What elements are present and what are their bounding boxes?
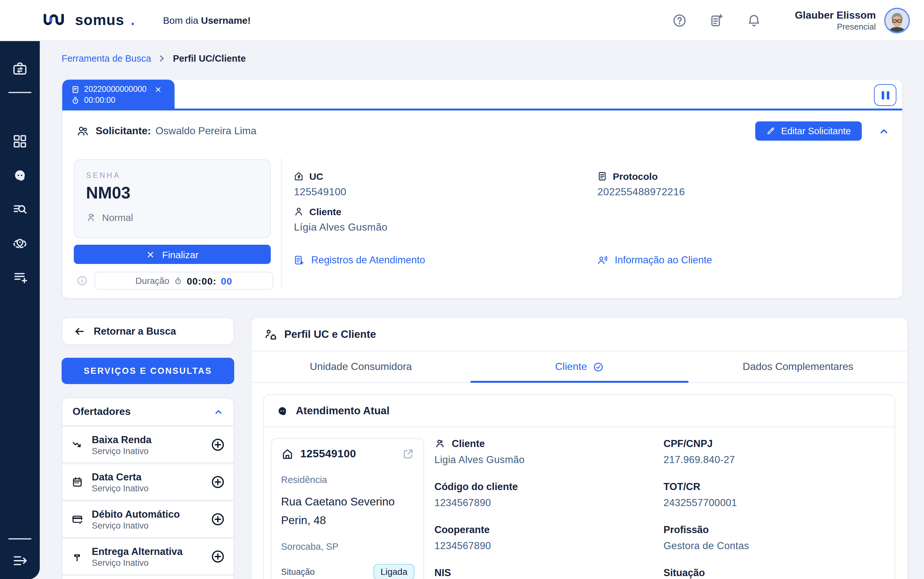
- senha-column: SENHA NM03 Normal Finalizar: [62, 152, 281, 298]
- duracao-seconds: 00: [221, 275, 232, 286]
- informacao-cliente-link[interactable]: Informação ao Cliente: [597, 254, 902, 266]
- uc-value: 125549100: [294, 186, 597, 198]
- finalizar-label: Finalizar: [162, 249, 198, 260]
- perfil-header: Perfil UC e Cliente: [251, 318, 907, 351]
- person-type-icon: [86, 212, 97, 223]
- protocolo-value: 202255488972216: [597, 186, 902, 198]
- close-session-icon[interactable]: [155, 86, 162, 93]
- check-circle-icon: [593, 361, 604, 372]
- field-codigo-cliente: Código do cliente 1234567890: [434, 481, 653, 509]
- app-viewport: somus. Bom dia Username! Glauber Elissom…: [0, 0, 924, 579]
- collapse-ofertadores-icon[interactable]: [213, 407, 223, 417]
- menu-expand-icon: [11, 552, 28, 569]
- search-list-icon: [11, 201, 28, 218]
- protocolo-field: Protocolo 202255488972216: [597, 171, 902, 198]
- duracao-row: Duração 00:00:00: [74, 272, 281, 290]
- info-icon[interactable]: [77, 275, 88, 286]
- person-icon: [293, 206, 304, 217]
- duracao-pill: Duração 00:00:00: [95, 272, 273, 290]
- briefcase-swap-icon: [11, 61, 28, 77]
- greeting-prefix: Bom dia: [163, 15, 198, 26]
- trend-down-icon: [71, 439, 83, 451]
- user-avatar[interactable]: [884, 7, 910, 33]
- user-info: Glauber Elissom Presencial: [795, 9, 876, 31]
- add-debito-automatico-button[interactable]: [210, 512, 225, 527]
- breadcrumb: Ferramenta de Busca Perfil UC/Cliente: [62, 53, 903, 64]
- pause-session-button[interactable]: [874, 84, 896, 106]
- collapse-solicitante-icon[interactable]: [878, 126, 889, 136]
- add-baixa-renda-button[interactable]: [210, 437, 225, 452]
- ofertador-status: Serviço Inativo: [92, 558, 183, 568]
- sidebar-item-busca[interactable]: [11, 201, 28, 218]
- user-status: Presencial: [795, 22, 876, 31]
- ofertadores-card: Ofertadores Baixa Renda Serviço Inativo: [62, 397, 234, 579]
- add-entrega-alternativa-button[interactable]: [210, 549, 225, 564]
- somus-logo[interactable]: somus.: [42, 11, 135, 29]
- uc-address: Rua Caetano Severino Perin, 48: [281, 492, 414, 530]
- uc-summary-card: 125549100 Residência Rua Caetano Severin…: [271, 438, 424, 579]
- greeting-username: Username!: [201, 15, 251, 26]
- sidebar-item-dashboard[interactable]: [11, 133, 28, 150]
- external-link-icon: [402, 448, 414, 461]
- ofertador-item-baixa-renda: Baixa Renda Serviço Inativo: [62, 427, 233, 463]
- new-note-button[interactable]: [709, 13, 724, 28]
- chevron-right-icon: [158, 54, 166, 63]
- finalizar-button[interactable]: Finalizar: [74, 245, 271, 264]
- pencil-icon: [766, 126, 775, 136]
- add-data-certa-button[interactable]: [210, 474, 225, 489]
- cliente-label: Cliente: [309, 206, 341, 217]
- registros-atendimento-label: Registros de Atendimento: [311, 254, 425, 266]
- uc-number: 125549100: [300, 448, 356, 461]
- sidebar-divider-top: [8, 92, 31, 93]
- timer-icon: [71, 96, 80, 105]
- sidebar-item-geolocalizacao[interactable]: [11, 235, 28, 252]
- ofertador-status: Serviço Inativo: [92, 447, 152, 456]
- senha-label: SENHA: [86, 171, 259, 180]
- registros-atendimento-link[interactable]: Registros de Atendimento: [293, 254, 597, 266]
- notifications-button[interactable]: [746, 13, 761, 28]
- retornar-busca-button[interactable]: Retornar a Busca: [62, 317, 234, 345]
- sidebar-expand-button[interactable]: [11, 552, 28, 569]
- protocolo-label: Protocolo: [613, 171, 658, 182]
- tab-cliente[interactable]: Cliente: [470, 351, 689, 382]
- uc-field: UC 125549100: [293, 171, 597, 198]
- breadcrumb-link-ferramenta-de-busca[interactable]: Ferramenta de Busca: [62, 53, 151, 64]
- doc-plus-icon: [293, 254, 305, 266]
- servicos-consultas-button[interactable]: SERVIÇOS E CONSULTAS: [62, 358, 234, 384]
- help-button[interactable]: [671, 13, 687, 28]
- house-icon: [281, 448, 294, 461]
- uc-label: UC: [309, 171, 323, 182]
- perfil-tabs: Unidade Consumidora Cliente Dados Comple…: [251, 351, 907, 383]
- ofertador-name: Débito Automático: [92, 508, 180, 520]
- session-tab[interactable]: 20220000000000 00:00:00: [62, 80, 174, 108]
- bell-icon: [746, 13, 761, 28]
- top-bar: somus. Bom dia Username! Glauber Elissom…: [0, 0, 924, 41]
- sidebar-item-atendimento[interactable]: [11, 167, 28, 184]
- editar-solicitante-label: Editar Solicitante: [781, 126, 851, 136]
- note-add-icon: [709, 13, 724, 28]
- user-name: Glauber Elissom: [795, 9, 876, 22]
- tab-dados-complementares[interactable]: Dados Complementares: [689, 351, 907, 382]
- ofertadores-header[interactable]: Ofertadores: [62, 398, 233, 425]
- uc-city: Sorocaba, SP: [281, 541, 414, 552]
- tab-unidade-consumidora[interactable]: Unidade Consumidora: [251, 351, 470, 382]
- session-panel-body: SENHA NM03 Normal Finalizar: [62, 152, 902, 298]
- geo-pin-icon: [11, 235, 28, 252]
- sidebar-item-workspace[interactable]: [11, 61, 28, 77]
- senha-code: NM03: [86, 183, 259, 203]
- brand-name: somus: [75, 11, 124, 29]
- list-add-icon: [11, 269, 28, 286]
- ofertador-name: Baixa Renda: [92, 433, 152, 446]
- session-protocol: 20220000000000: [84, 84, 147, 95]
- arrow-left-icon: [74, 325, 85, 337]
- headset-agent-icon: [276, 404, 289, 417]
- ofertador-name: Entrega Alternativa: [92, 545, 183, 558]
- open-uc-button[interactable]: [402, 448, 414, 461]
- informacao-cliente-label: Informação ao Cliente: [615, 254, 712, 266]
- sidebar-item-registros[interactable]: [11, 269, 28, 286]
- cliente-fields-column-1: Cliente Ligia Alves Gusmão Código do cli…: [434, 438, 653, 579]
- field-cliente: Cliente Ligia Alves Gusmão: [434, 438, 653, 466]
- editar-solicitante-button[interactable]: Editar Solicitante: [755, 121, 862, 141]
- perfil-title: Perfil UC e Cliente: [284, 328, 376, 340]
- solicitante-row: Solicitante: Oswaldo Pereira Lima Editar…: [62, 110, 902, 152]
